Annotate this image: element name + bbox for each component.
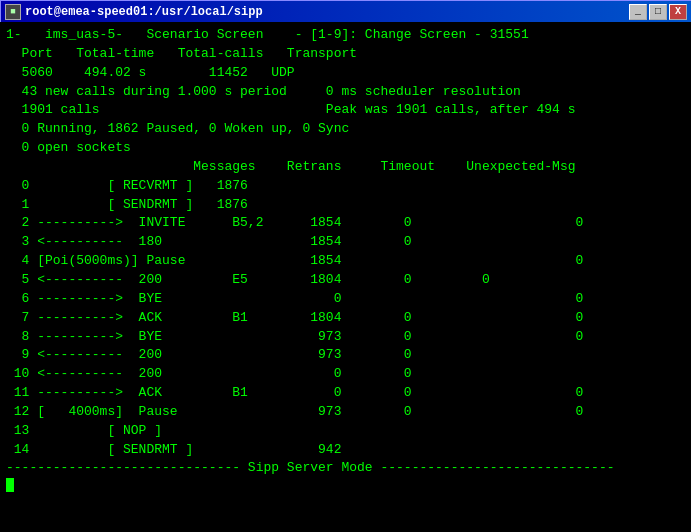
terminal-line: 1901 calls Peak was 1901 calls, after 49…	[6, 101, 685, 120]
titlebar-buttons: _ □ X	[629, 4, 687, 20]
terminal-line: 5 <---------- 200 E5 1804 0 0	[6, 271, 685, 290]
terminal-line: 1- ims_uas-5- Scenario Screen - [1-9]: C…	[6, 26, 685, 45]
terminal-line: 0 Running, 1862 Paused, 0 Woken up, 0 Sy…	[6, 120, 685, 139]
terminal-line: 7 ----------> ACK B1 1804 0 0	[6, 309, 685, 328]
terminal-line: 0 [ RECVRMT ] 1876	[6, 177, 685, 196]
terminal-screen[interactable]: 1- ims_uas-5- Scenario Screen - [1-9]: C…	[0, 22, 691, 532]
terminal-cursor	[6, 478, 14, 492]
terminal-line: 14 [ SENDRMT ] 942	[6, 441, 685, 460]
terminal-line: 3 <---------- 180 1854 0	[6, 233, 685, 252]
terminal-line-divider: ------------------------------ Sipp Serv…	[6, 459, 685, 478]
terminal-line: 13 [ NOP ]	[6, 422, 685, 441]
titlebar-icon: ■	[5, 4, 21, 20]
close-button[interactable]: X	[669, 4, 687, 20]
terminal-line: Messages Retrans Timeout Unexpected-Msg	[6, 158, 685, 177]
terminal-line: 1 [ SENDRMT ] 1876	[6, 196, 685, 215]
terminal-line: 2 ----------> INVITE B5,2 1854 0 0	[6, 214, 685, 233]
terminal-line: 4 [Poi(5000ms)] Pause 1854 0	[6, 252, 685, 271]
terminal-line: 11 ----------> ACK B1 0 0 0	[6, 384, 685, 403]
terminal-line: Port Total-time Total-calls Transport	[6, 45, 685, 64]
maximize-button[interactable]: □	[649, 4, 667, 20]
cursor-line	[6, 478, 685, 492]
terminal-line: 0 open sockets	[6, 139, 685, 158]
main-window: ■ root@emea-speed01:/usr/local/sipp _ □ …	[0, 0, 691, 532]
terminal-line: 6 ----------> BYE 0 0	[6, 290, 685, 309]
titlebar: ■ root@emea-speed01:/usr/local/sipp _ □ …	[0, 0, 691, 22]
terminal-line: 12 [ 4000ms] Pause 973 0 0	[6, 403, 685, 422]
titlebar-left: ■ root@emea-speed01:/usr/local/sipp	[5, 4, 263, 20]
terminal-line: 10 <---------- 200 0 0	[6, 365, 685, 384]
titlebar-title: root@emea-speed01:/usr/local/sipp	[25, 5, 263, 19]
terminal-line: 5060 494.02 s 11452 UDP	[6, 64, 685, 83]
terminal-line: 9 <---------- 200 973 0	[6, 346, 685, 365]
terminal-line: 43 new calls during 1.000 s period 0 ms …	[6, 83, 685, 102]
minimize-button[interactable]: _	[629, 4, 647, 20]
terminal-line: 8 ----------> BYE 973 0 0	[6, 328, 685, 347]
